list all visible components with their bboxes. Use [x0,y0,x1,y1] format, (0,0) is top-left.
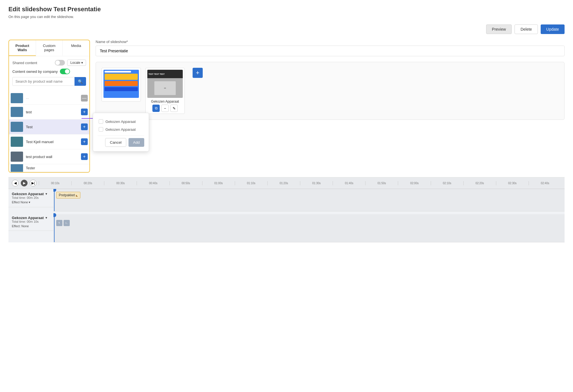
slide-copy-button[interactable]: ⧉ [152,105,160,112]
timeline-small-items: T. I.. [56,220,70,226]
slide-remove-button[interactable]: − [161,105,169,112]
slide-edit-button[interactable]: ✎ [170,105,178,112]
wall-add-button[interactable]: — [81,95,88,102]
delete-button[interactable]: Delete [515,24,538,34]
popup-checkbox-2[interactable] [99,127,103,132]
slides-area: TEST TEST TEST ■■ Gekozen Apparaat ⧉ [96,62,565,120]
owned-row: Content owned by company [12,69,86,74]
list-item[interactable]: Test + [9,120,89,134]
timeline-tick: 02:10s [431,181,463,185]
wall-name: ··· [26,96,78,100]
timeline-tick: 01:10s [235,181,267,185]
shared-content-toggle[interactable] [55,60,65,66]
timeline-tick: 00:30s [104,181,137,185]
cancel-button[interactable]: Cancel [105,138,127,147]
slide-add-area: + [189,68,206,78]
timeline-tick: 01:40s [333,181,365,185]
timeline-ruler: 00:10s 00:20s 00:30s 00:40s 00:50s 01:00… [39,181,561,185]
timeline-label-block-1: Gekozen Apparaat ▼ Total time: 00m 20s E… [8,189,53,207]
popup-actions: Cancel Add [98,138,144,147]
timeline-track-time-1: Total time: 00m 20s [12,196,50,199]
preview-button[interactable]: Preview [486,24,512,34]
tab-product-walls[interactable]: Product Walls [9,40,36,56]
slide-card-1 [101,68,141,102]
timeline-chip-2[interactable]: I.. [64,220,70,226]
popup-option-label-2: Gekozen Apparaat [105,127,136,132]
wall-name: Test [26,125,78,129]
list-item[interactable]: Test Kjell manuel + [9,134,89,149]
timeline-tick: 02:40s [529,181,561,185]
timeline-play-button[interactable]: ▶ [21,180,28,186]
timeline-prev-button[interactable]: ◀ [12,180,19,186]
timeline-playhead-knob [53,189,56,192]
timeline-item-pretpakket[interactable]: Pretpakket ◣ [56,192,80,199]
slide-thumbnail-2: TEST TEST TEST ■■ [147,70,183,98]
wall-thumbnail [11,164,23,172]
popup-option-2[interactable]: Gekozen Apparaat [98,125,144,133]
list-item[interactable]: Tester [9,164,89,172]
timeline-tick: 01:00s [202,181,235,185]
left-panel: Product Walls Custom pages Media Shared … [8,40,90,173]
main-content: Product Walls Custom pages Media Shared … [8,40,565,173]
wall-add-button[interactable]: + [81,123,88,130]
popup-divider [98,136,144,136]
list-item[interactable]: test + [9,105,89,120]
device-popup: Gekozen Apparaat Gekozen Apparaat Cancel… [93,113,149,152]
update-button[interactable]: Update [541,24,565,34]
timeline-playhead-knob-2 [53,213,56,217]
timeline-controls: ◀ ▶ ▶| 00:10s 00:20s 00:30s 00:40s 00:50… [8,177,565,189]
wall-add-button[interactable]: + [81,138,88,145]
timeline-track-time-2: Total time: 00m 10s [12,220,50,223]
timeline-next-button[interactable]: ▶| [30,180,37,186]
wall-thumbnail [11,93,23,103]
top-actions: Preview Delete Update [8,24,565,34]
timeline-playhead [54,189,55,211]
timeline-effect-1: Effect None ▾ [12,200,50,204]
add-button[interactable]: Add [128,138,144,147]
timeline-tick: 02:00s [398,181,430,185]
wall-thumbnail [11,152,23,162]
timeline-track-name-1: Gekozen Apparaat ▼ [12,192,50,196]
list-item[interactable]: ··· — [9,92,89,105]
popup-option-1[interactable]: Gekozen Apparaat [98,118,144,125]
slideshow-name-input[interactable] [96,46,565,56]
page-title: Edit slideshow Test Presentatie [8,6,565,13]
owned-label: Content owned by company [12,69,58,74]
timeline-chip-1[interactable]: T. [56,220,62,226]
owned-toggle[interactable] [60,69,70,74]
timeline-track-2: T. I.. [53,214,565,242]
timeline-section: ◀ ▶ ▶| 00:10s 00:20s 00:30s 00:40s 00:50… [8,177,565,242]
slide-thumbnail-1 [103,70,139,98]
tabs-row: Product Walls Custom pages Media [9,40,89,56]
timeline-track-name-2: Gekozen Apparaat ▼ [12,216,50,220]
timeline-body: Gekozen Apparaat ▼ Total time: 00m 20s E… [8,189,565,242]
slide-actions-2: ⧉ − ✎ [147,105,183,112]
timeline-tick: 01:30s [300,181,333,185]
panel-body: Shared content Locale ▾ Content owned by… [9,56,89,92]
wall-thumbnail [11,107,23,117]
page-wrapper: Edit slideshow Test Presentatie On this … [0,0,573,392]
tab-custom-pages[interactable]: Custom pages [36,40,63,56]
timeline-tracks: Pretpakket ◣ T. I.. [53,189,565,242]
shared-content-row: Shared content Locale ▾ [12,60,86,66]
search-input[interactable] [12,77,75,86]
add-slide-button[interactable]: + [193,68,203,78]
shared-content-label: Shared content [12,61,37,65]
tab-media[interactable]: Media [63,40,89,56]
popup-checkbox-1[interactable] [99,119,103,124]
wall-name: Test Kjell manuel [26,140,78,144]
timeline-effect-2: Effect: None [12,224,50,228]
search-button[interactable]: 🔍 [75,77,86,86]
wall-name: test [26,110,78,114]
timeline-tick: 00:10s [39,181,71,185]
wall-name: test product wall [26,155,78,159]
page-subtitle: On this page you can edit the slideshow. [8,15,565,19]
locale-button[interactable]: Locale ▾ [67,60,86,66]
wall-add-button[interactable]: + [81,109,88,115]
list-item[interactable]: test product wall + [9,149,89,164]
popup-option-label-1: Gekozen Apparaat [105,120,136,124]
search-row: 🔍 [12,77,86,86]
timeline-tick: 01:50s [365,181,398,185]
timeline-tick: 00:40s [137,181,169,185]
wall-add-button[interactable]: + [81,153,88,160]
